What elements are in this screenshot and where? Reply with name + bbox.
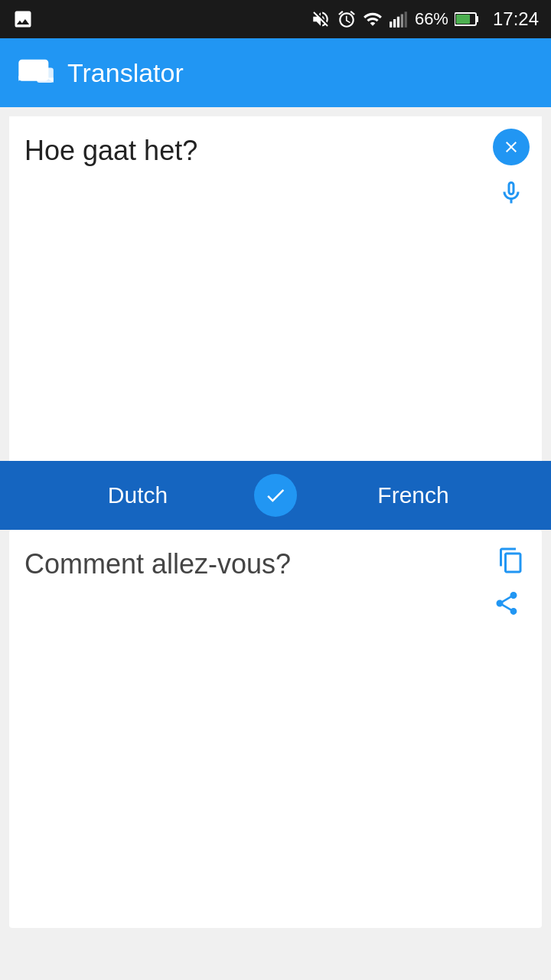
svg-rect-6 <box>476 16 478 22</box>
clear-button[interactable] <box>493 129 530 165</box>
alarm-icon <box>337 9 357 29</box>
share-button[interactable] <box>493 585 530 622</box>
mic-icon <box>497 179 525 207</box>
target-language-label: French <box>377 482 448 508</box>
svg-rect-2 <box>397 17 399 28</box>
svg-rect-0 <box>390 21 392 28</box>
close-icon <box>502 138 520 156</box>
output-text: Comment allez-vous? <box>9 530 542 599</box>
copy-button[interactable] <box>493 542 530 579</box>
language-bar: Dutch French <box>0 461 551 530</box>
status-bar-left <box>12 8 34 30</box>
source-language-button[interactable]: Dutch <box>0 461 276 530</box>
target-language-button[interactable]: French <box>276 461 551 530</box>
app-title: Translator <box>67 58 184 88</box>
signal-icon <box>389 9 409 29</box>
translator-app-icon <box>15 53 55 93</box>
status-time: 17:24 <box>493 8 539 30</box>
input-section: Hoe gaat het? <box>9 116 542 461</box>
wifi-icon <box>363 9 383 29</box>
image-icon <box>12 8 34 30</box>
svg-rect-7 <box>456 15 470 24</box>
svg-rect-1 <box>393 19 396 28</box>
swap-languages-button[interactable] <box>254 474 297 517</box>
mute-icon <box>311 9 331 29</box>
mic-button[interactable] <box>493 175 530 211</box>
status-icons: 66% 17:24 <box>311 8 539 30</box>
input-field[interactable]: Hoe gaat het? <box>9 116 542 461</box>
check-icon <box>264 484 287 507</box>
source-language-label: Dutch <box>108 482 168 508</box>
copy-icon <box>497 547 525 574</box>
output-section: Comment allez-vous? <box>9 530 542 928</box>
battery-icon <box>455 9 479 29</box>
battery-level: 66% <box>415 9 448 29</box>
share-icon <box>493 590 520 617</box>
svg-rect-3 <box>401 15 403 28</box>
status-bar: 66% 17:24 <box>0 0 551 38</box>
app-bar: Translator <box>0 38 551 107</box>
svg-rect-4 <box>404 11 406 28</box>
